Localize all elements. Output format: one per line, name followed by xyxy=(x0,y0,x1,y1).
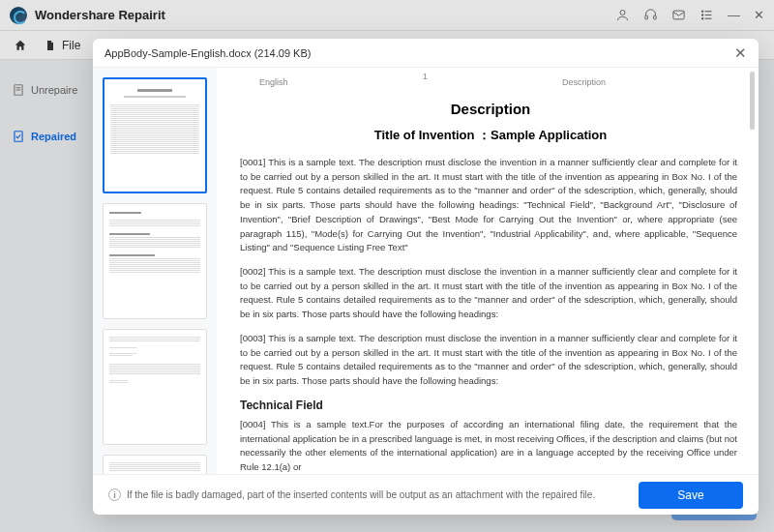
thumbnail-panel xyxy=(93,68,217,474)
doc-meta-right: Description xyxy=(562,77,606,87)
modal-footer: i If the file is badly damaged, part of … xyxy=(93,474,759,515)
doc-meta-left: English xyxy=(259,77,288,87)
doc-section-heading: Technical Field xyxy=(240,399,741,412)
preview-modal: AppBody-Sample-English.docx (214.09 KB) … xyxy=(93,39,759,515)
page-thumbnail[interactable] xyxy=(103,329,207,445)
close-icon[interactable]: ✕ xyxy=(734,44,747,62)
save-button[interactable]: Save xyxy=(639,482,743,509)
doc-subheading: Title of Invention ：Sample Application xyxy=(240,127,741,144)
info-icon: i xyxy=(108,488,121,501)
doc-paragraph: [0003] This is a sample text. The descri… xyxy=(240,332,741,389)
scrollbar-thumb[interactable] xyxy=(750,72,755,130)
doc-paragraph: [0004] This is a sample text.For the pur… xyxy=(240,418,741,474)
page-thumbnail[interactable] xyxy=(103,77,207,193)
modal-header: AppBody-Sample-English.docx (214.09 KB) … xyxy=(93,39,759,68)
page-thumbnail[interactable] xyxy=(103,455,207,474)
doc-paragraph: [0001] This is a sample text. The descri… xyxy=(240,156,741,255)
modal-filename: AppBody-Sample-English.docx (214.09 KB) xyxy=(104,47,311,59)
doc-paragraph: [0002] This is a sample text. The descri… xyxy=(240,265,741,322)
page-thumbnail[interactable] xyxy=(103,203,207,319)
page-number: 1 xyxy=(288,72,562,87)
footer-note: i If the file is badly damaged, part of … xyxy=(108,488,595,501)
doc-heading: Description xyxy=(240,101,741,117)
document-view[interactable]: English 1 Description Description Title … xyxy=(217,68,759,474)
